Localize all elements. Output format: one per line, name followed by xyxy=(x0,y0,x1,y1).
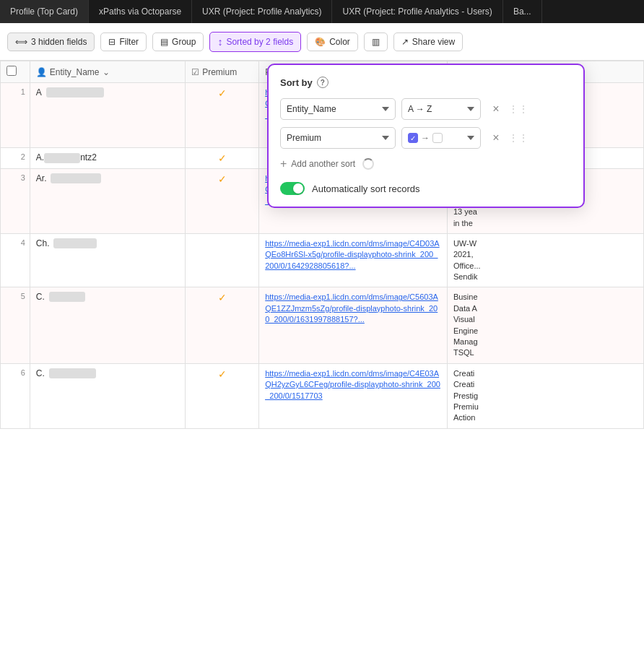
checkbox-checked-icon: ✓ xyxy=(408,133,418,143)
desc-text-4: UW-W2021,Office...Sendik xyxy=(453,239,481,281)
entity-name-letter-5: C. xyxy=(36,292,45,302)
tab-uxr-profile[interactable]: UXR (Project: Profile Analytics) xyxy=(192,0,332,23)
premium-check-1: ✓ xyxy=(218,87,227,99)
photo-url-link-4[interactable]: https://media-exp1.licdn.com/dms/image/C… xyxy=(265,239,440,270)
sort-popup-title-label: Sort by xyxy=(280,77,313,88)
checkbox-unchecked-icon xyxy=(432,133,443,143)
sort-field-select-1[interactable]: Entity_Name Premium Photo_URL Descriptio… xyxy=(280,98,396,120)
col-header-entity-name[interactable]: 👤 Entity_Name ⌄ xyxy=(30,61,185,83)
color-icon: 🎨 xyxy=(315,37,326,47)
table-row: 4 Ch. https://media-exp1.licdn.com/dms/i… xyxy=(1,233,644,287)
premium-cell-2: ✓ xyxy=(186,147,259,168)
entity-name-cell-1: A xyxy=(30,83,185,148)
photo-url-cell-6[interactable]: https://media-exp1.licdn.com/dms/image/C… xyxy=(259,363,448,428)
entity-name-letter-6: C. xyxy=(36,368,45,378)
premium-check-5: ✓ xyxy=(218,292,227,303)
sort-icon: ↕ xyxy=(217,36,222,48)
entity-name-blur-4 xyxy=(53,238,97,248)
entity-name-2: A.ntz2 xyxy=(36,152,97,163)
sort-drag-handle-1[interactable]: ⋮⋮ xyxy=(511,102,526,116)
entity-name-cell-5: C. xyxy=(30,287,185,363)
sort-dir-select-1[interactable]: A → Z Z → A xyxy=(401,98,481,120)
filter-label: Filter xyxy=(119,37,139,47)
entity-name-letter-3: Ar. xyxy=(36,173,47,183)
auto-sort-toggle[interactable] xyxy=(280,182,305,195)
entity-name-cell-4: Ch. xyxy=(30,233,185,287)
premium-cell-3: ✓ xyxy=(186,168,259,233)
desc-cell-5: BusineData AVisualEngineManagTSQL xyxy=(447,287,643,363)
entity-name-blur-6 xyxy=(49,368,96,378)
group-button[interactable]: ▤ Group xyxy=(152,32,204,51)
entity-name-cell-6: C. xyxy=(30,363,185,428)
loading-spinner xyxy=(362,158,374,170)
auto-sort-label: Automatically sort records xyxy=(312,183,420,194)
column-width-icon: ▥ xyxy=(372,37,380,47)
select-all-checkbox[interactable] xyxy=(6,66,17,76)
premium-col-icon: ☑ xyxy=(191,67,199,77)
group-label: Group xyxy=(172,37,196,47)
photo-url-link-5[interactable]: https://media-exp1.licdn.com/dms/image/C… xyxy=(265,292,438,324)
row-num-6: 6 xyxy=(1,363,30,428)
entity-name-blur-1 xyxy=(46,87,104,97)
row-num-1: 1 xyxy=(1,83,30,148)
premium-check-3: ✓ xyxy=(218,173,227,185)
row-num-5: 5 xyxy=(1,287,30,363)
col-header-premium[interactable]: ☑ Premium xyxy=(186,61,259,83)
sort-popup-title: Sort by ? xyxy=(280,77,572,88)
sort-button[interactable]: ↕ Sorted by 2 fields xyxy=(209,32,301,52)
tab-profile-top-card[interactable]: Profile (Top Card) xyxy=(0,0,89,23)
entity-name-letter-4: Ch. xyxy=(36,238,50,248)
premium-cell-1: ✓ xyxy=(186,83,259,148)
color-label: Color xyxy=(329,37,350,47)
table-row: 6 C. ✓ https://media-exp1.licdn.com/dms/… xyxy=(1,363,644,428)
premium-cell-4 xyxy=(186,233,259,287)
tab-uxr-users[interactable]: UXR (Project: Profile Analytics - Users) xyxy=(332,0,502,23)
premium-check-6: ✓ xyxy=(218,368,227,380)
add-sort-row[interactable]: + Add another sort xyxy=(280,156,572,172)
row-num-4: 4 xyxy=(1,233,30,287)
sort-label: Sorted by 2 fields xyxy=(226,37,293,47)
group-icon: ▤ xyxy=(160,37,168,47)
sort-popup: Sort by ? Entity_Name Premium Photo_URL … xyxy=(267,64,585,208)
col-header-rownum xyxy=(1,61,30,83)
share-label: Share view xyxy=(412,37,455,47)
main-area: 👤 Entity_Name ⌄ ☑ Premium Photo_U xyxy=(0,61,644,668)
desc-cell-4: UW-W2021,Office...Sendik xyxy=(447,233,643,287)
premium-check-2: ✓ xyxy=(218,152,227,164)
entity-name-col-icon: 👤 xyxy=(36,67,47,77)
sort-delete-btn-1[interactable]: × xyxy=(487,100,505,118)
desc-cell-6: CreatiCreatiPrestigPremiuAction xyxy=(447,363,643,428)
photo-url-link-6[interactable]: https://media-exp1.licdn.com/dms/image/C… xyxy=(265,369,440,400)
premium-cell-6: ✓ xyxy=(186,363,259,428)
entity-name-cell-3: Ar. xyxy=(30,168,185,233)
arrow-icon: → xyxy=(421,133,430,143)
toolbar: ⟺ 3 hidden fields ⊟ Filter ▤ Group ↕ Sor… xyxy=(0,23,644,61)
col-sort-arrow: ⌄ xyxy=(103,67,110,77)
color-button[interactable]: 🎨 Color xyxy=(307,32,358,51)
premium-cell-5: ✓ xyxy=(186,287,259,363)
col-header-entity-name-label: Entity_Name xyxy=(50,67,100,77)
sort-field-select-2[interactable]: Entity_Name Premium Photo_URL Descriptio… xyxy=(280,127,396,149)
sort-row-1: Entity_Name Premium Photo_URL Descriptio… xyxy=(280,98,572,120)
row-num-3: 3 xyxy=(1,168,30,233)
views-icon: ⟺ xyxy=(15,37,27,47)
add-sort-label: Add another sort xyxy=(291,159,355,169)
entity-name-cell-2: A.ntz2 xyxy=(30,147,185,168)
sort-row-2: Entity_Name Premium Photo_URL Descriptio… xyxy=(280,127,572,149)
desc-text-6: CreatiCreatiPrestigPremiuAction xyxy=(453,369,479,422)
share-view-button[interactable]: ↗ Share view xyxy=(393,32,463,51)
sort-drag-handle-2[interactable]: ⋮⋮ xyxy=(511,131,526,145)
column-width-button[interactable]: ▥ xyxy=(364,32,388,51)
tab-ba[interactable]: Ba... xyxy=(503,0,542,23)
sort-delete-btn-2[interactable]: × xyxy=(487,129,505,147)
filter-icon: ⊟ xyxy=(108,37,116,47)
photo-url-cell-5[interactable]: https://media-exp1.licdn.com/dms/image/C… xyxy=(259,287,448,363)
desc-text-5: BusineData AVisualEngineManagTSQL xyxy=(453,292,478,357)
views-button[interactable]: ⟺ 3 hidden fields xyxy=(7,32,95,51)
sort-dir-checkbox-group-2[interactable]: ✓ → xyxy=(401,127,481,149)
filter-button[interactable]: ⊟ Filter xyxy=(100,32,147,51)
sort-help-icon[interactable]: ? xyxy=(317,77,328,88)
auto-sort-toggle-container: Automatically sort records xyxy=(280,182,572,195)
photo-url-cell-4[interactable]: https://media-exp1.licdn.com/dms/image/C… xyxy=(259,233,448,287)
tab-xpaths[interactable]: xPaths via Octoparse xyxy=(89,0,192,23)
